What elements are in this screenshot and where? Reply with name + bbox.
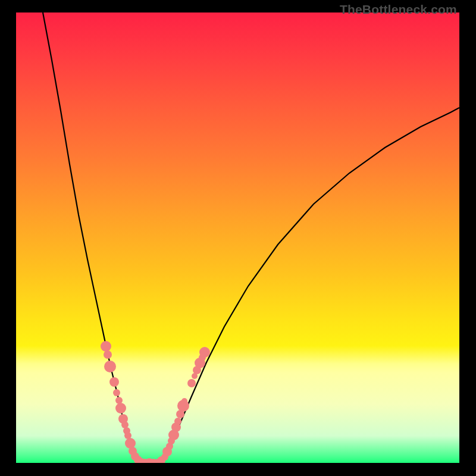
marker-dot (104, 361, 116, 372)
plot-area (16, 12, 459, 463)
marker-dot (101, 341, 111, 352)
marker-dots (101, 341, 210, 463)
marker-dot (104, 350, 112, 359)
bottleneck-curve (43, 12, 459, 462)
marker-dot (187, 379, 196, 387)
chart-frame: TheBottleneck.com (0, 0, 476, 476)
marker-dot (125, 438, 136, 449)
marker-dot (174, 418, 181, 425)
marker-dot (115, 403, 126, 414)
marker-dot (199, 347, 210, 358)
marker-dot (181, 398, 187, 404)
marker-dot (109, 377, 119, 387)
marker-dot (113, 389, 120, 396)
chart-svg (16, 12, 459, 463)
watermark-text: TheBottleneck.com (340, 2, 457, 17)
